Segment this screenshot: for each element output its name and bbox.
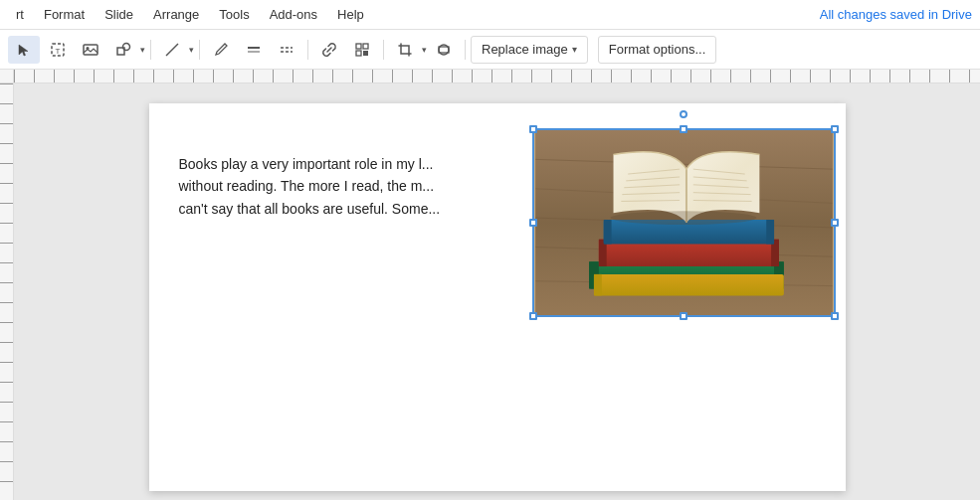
handle-middle-right[interactable] (831, 219, 839, 227)
svg-rect-27 (593, 274, 601, 296)
vertical-ruler (0, 83, 14, 500)
menu-help[interactable]: Help (329, 4, 372, 25)
shapes-dropdown-arrow[interactable]: ▾ (140, 45, 145, 55)
separator-2 (199, 40, 200, 60)
menubar: rt Format Slide Arrange Tools Add-ons He… (0, 0, 980, 30)
tool-group-shapes: T ▾ (42, 36, 145, 64)
separator-4 (383, 40, 384, 60)
svg-text:T: T (56, 47, 61, 56)
handle-bottom-left[interactable] (529, 312, 537, 320)
text-tool-button[interactable]: T (42, 36, 74, 64)
insert-button[interactable] (346, 36, 378, 64)
crop-dropdown-arrow[interactable]: ▾ (422, 45, 427, 55)
tool-group-select (8, 36, 40, 64)
menu-tools[interactable]: Tools (211, 4, 257, 25)
handle-top-right[interactable] (831, 125, 839, 133)
toolbar: T ▾ ▾ (0, 30, 980, 70)
handle-bottom-middle[interactable] (680, 312, 687, 320)
rotation-handle[interactable] (680, 110, 687, 118)
content-row: Books play a very important role in my l… (0, 83, 980, 500)
link-button[interactable] (313, 36, 345, 64)
menu-addons[interactable]: Add-ons (262, 4, 325, 25)
line-dropdown-arrow[interactable]: ▾ (189, 45, 194, 55)
replace-image-label: Replace image (482, 42, 568, 57)
svg-rect-10 (356, 44, 361, 49)
tool-group-edit (205, 36, 302, 64)
svg-point-44 (610, 211, 756, 225)
image-tool-button[interactable] (75, 36, 106, 64)
handle-middle-left[interactable] (529, 219, 537, 227)
menu-slide[interactable]: Slide (97, 4, 141, 25)
svg-rect-2 (84, 45, 98, 55)
save-status: All changes saved in Drive (820, 7, 972, 22)
svg-rect-13 (363, 51, 368, 56)
menu-rt[interactable]: rt (8, 4, 32, 25)
mask-button[interactable] (428, 36, 460, 64)
crop-button[interactable] (389, 36, 421, 64)
svg-rect-12 (356, 51, 361, 56)
replace-image-arrow: ▾ (572, 44, 577, 55)
main-area: Books play a very important role in my l… (0, 70, 980, 500)
svg-rect-33 (766, 220, 774, 244)
slide-text-content: Books play a very important role in my l… (179, 156, 441, 217)
tool-group-lines: ▾ (156, 36, 194, 64)
ruler-row (0, 70, 980, 83)
ruler-corner (0, 70, 14, 83)
handle-bottom-right[interactable] (831, 312, 839, 320)
separator-5 (465, 40, 466, 60)
shapes-tool-button[interactable] (107, 36, 139, 64)
line-style-button[interactable] (238, 36, 270, 64)
horizontal-ruler (14, 70, 980, 83)
separator-3 (307, 40, 308, 60)
handle-top-left[interactable] (529, 125, 537, 133)
select-tool-button[interactable] (8, 36, 40, 64)
slide-image (534, 130, 834, 315)
selected-image-container[interactable] (532, 128, 836, 317)
svg-rect-26 (593, 274, 783, 296)
svg-point-5 (123, 43, 130, 50)
format-options-label: Format options... (609, 42, 706, 57)
menu-format[interactable]: Format (36, 4, 93, 25)
canvas-area[interactable]: Books play a very important role in my l… (14, 83, 980, 500)
tool-group-transform: ▾ (389, 36, 460, 64)
svg-rect-11 (363, 44, 368, 49)
slide[interactable]: Books play a very important role in my l… (149, 103, 846, 491)
pencil-tool-button[interactable] (205, 36, 237, 64)
svg-rect-32 (603, 220, 611, 244)
line-tool-button[interactable] (156, 36, 188, 64)
line-dash-button[interactable] (271, 36, 302, 64)
format-options-button[interactable]: Format options... (598, 36, 717, 64)
replace-image-button[interactable]: Replace image ▾ (471, 36, 588, 64)
slide-text-block: Books play a very important role in my l… (179, 153, 527, 220)
svg-rect-15 (439, 47, 449, 53)
menu-arrange[interactable]: Arrange (145, 4, 207, 25)
separator-1 (150, 40, 151, 60)
handle-top-middle[interactable] (680, 125, 687, 133)
tool-group-insert (313, 36, 378, 64)
